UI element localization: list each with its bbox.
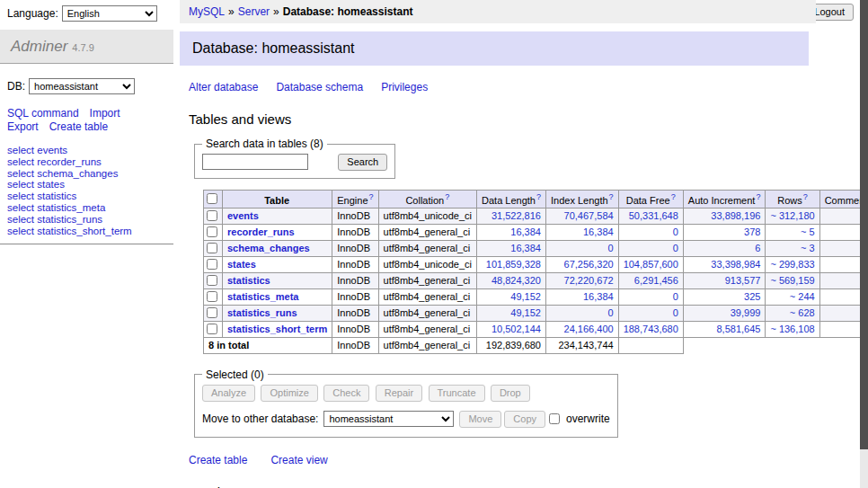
row-checkbox[interactable] bbox=[207, 243, 217, 253]
data-free-link[interactable]: 188,743,680 bbox=[618, 321, 683, 337]
overwrite-checkbox[interactable] bbox=[549, 413, 560, 424]
column-help-link[interactable]: ? bbox=[756, 192, 760, 201]
scrollbar-thumb[interactable] bbox=[860, 0, 868, 449]
move-database-select[interactable]: homeassistant bbox=[323, 411, 454, 427]
data-free-link[interactable]: 6,291,456 bbox=[618, 272, 683, 288]
data-free-link[interactable]: 50,331,648 bbox=[618, 208, 683, 224]
row-checkbox[interactable] bbox=[207, 291, 217, 302]
sidebar-sql-command-link[interactable]: SQL command bbox=[7, 107, 79, 120]
auto-increment-link[interactable]: 39,999 bbox=[683, 305, 766, 321]
column-help-link[interactable]: ? bbox=[609, 192, 614, 201]
sidebar-select-table-link[interactable]: select statistics_runs bbox=[7, 214, 173, 226]
rows-link[interactable]: ~ 136,108 bbox=[766, 321, 819, 337]
table-name-link[interactable]: states bbox=[223, 256, 332, 272]
index-length-link[interactable]: 72,220,672 bbox=[545, 272, 618, 288]
data-length-link[interactable]: 16,384 bbox=[477, 240, 546, 256]
row-checkbox[interactable] bbox=[207, 226, 217, 237]
column-help-link[interactable]: ? bbox=[671, 192, 676, 201]
data-free-link[interactable]: 0 bbox=[618, 224, 683, 240]
auto-increment-link[interactable]: 6 bbox=[683, 240, 766, 256]
table-operation-button[interactable]: Check bbox=[323, 385, 369, 402]
sidebar-select-table-link[interactable]: select states bbox=[7, 179, 173, 191]
data-length-link[interactable]: 10,502,144 bbox=[477, 321, 546, 337]
create-view-link[interactable]: Create view bbox=[270, 454, 327, 466]
data-free-link[interactable]: 104,857,600 bbox=[618, 256, 683, 272]
sidebar-select-table-link[interactable]: select schema_changes bbox=[7, 168, 173, 180]
auto-increment-link[interactable]: 8,581,645 bbox=[683, 321, 766, 337]
data-free-link[interactable]: 0 bbox=[618, 305, 683, 321]
index-length-link[interactable]: 16,384 bbox=[545, 288, 618, 305]
search-button[interactable]: Search bbox=[338, 154, 387, 171]
column-help-link[interactable]: ? bbox=[803, 192, 808, 201]
sidebar-select-table-link[interactable]: select recorder_runs bbox=[7, 156, 173, 168]
rows-link[interactable]: ~ 312,180 bbox=[766, 208, 819, 224]
rows-link[interactable]: ~ 244 bbox=[766, 288, 819, 305]
table-operation-button[interactable]: Drop bbox=[491, 385, 530, 402]
index-length-link[interactable]: 24,166,400 bbox=[545, 321, 618, 337]
table-operation-button[interactable]: Analyze bbox=[202, 385, 255, 402]
index-length-link[interactable]: 0 bbox=[545, 240, 618, 256]
table-operation-button[interactable]: Optimize bbox=[261, 385, 317, 402]
row-checkbox[interactable] bbox=[207, 324, 217, 334]
data-free-link[interactable]: 0 bbox=[618, 288, 683, 305]
data-length-link[interactable]: 49,152 bbox=[477, 305, 546, 321]
table-name-link[interactable]: statistics_meta bbox=[223, 288, 332, 305]
column-help-link[interactable]: ? bbox=[445, 192, 449, 201]
data-length-link[interactable]: 48,824,320 bbox=[477, 272, 546, 288]
language-select[interactable]: English bbox=[62, 5, 157, 22]
data-length-link[interactable]: 16,384 bbox=[477, 224, 546, 240]
row-checkbox[interactable] bbox=[207, 259, 217, 270]
rows-link[interactable]: ~ 628 bbox=[766, 305, 819, 321]
sidebar-import-link[interactable]: Import bbox=[90, 107, 120, 120]
sidebar-select-table-link[interactable]: select statistics_meta bbox=[7, 202, 173, 214]
data-length-link[interactable]: 49,152 bbox=[477, 288, 546, 305]
data-free-link[interactable]: 0 bbox=[618, 240, 683, 256]
data-length-link[interactable]: 101,859,328 bbox=[477, 256, 546, 272]
table-operation-button[interactable]: Truncate bbox=[429, 385, 485, 402]
index-length-link[interactable]: 0 bbox=[545, 305, 618, 321]
alter-database-link[interactable]: Alter database bbox=[189, 81, 258, 93]
table-operation-button[interactable]: Repair bbox=[376, 385, 422, 402]
data-length-link[interactable]: 31,522,816 bbox=[477, 208, 546, 224]
privileges-link[interactable]: Privileges bbox=[381, 81, 428, 93]
index-length-link[interactable]: 16,384 bbox=[545, 224, 618, 240]
row-checkbox[interactable] bbox=[207, 307, 217, 318]
db-select[interactable]: homeassistant bbox=[29, 78, 135, 94]
rows-link[interactable]: ~ 5 bbox=[766, 224, 819, 240]
column-help-link[interactable]: ? bbox=[369, 192, 374, 201]
sidebar-select-table-link[interactable]: select events bbox=[7, 145, 173, 156]
auto-increment-link[interactable]: 325 bbox=[683, 288, 766, 305]
sidebar-select-table-link[interactable]: select statistics_short_term bbox=[7, 226, 173, 237]
auto-increment-link[interactable]: 378 bbox=[683, 224, 766, 240]
rows-link[interactable]: ~ 299,833 bbox=[766, 256, 819, 272]
auto-increment-link[interactable]: 33,898,196 bbox=[683, 208, 766, 224]
database-schema-link[interactable]: Database schema bbox=[276, 81, 363, 93]
breadcrumb-server-link[interactable]: Server bbox=[238, 5, 270, 18]
table-name-link[interactable]: events bbox=[223, 208, 332, 224]
search-input[interactable] bbox=[202, 154, 308, 170]
table-name-link[interactable]: statistics_short_term bbox=[223, 321, 332, 337]
rows-link[interactable]: ~ 3 bbox=[766, 240, 819, 256]
collation-cell: utf8mb4_general_ci bbox=[378, 224, 476, 240]
table-name-link[interactable]: recorder_runs bbox=[223, 224, 332, 240]
adminer-logo-link[interactable]: Adminer bbox=[11, 38, 67, 55]
index-length-link[interactable]: 70,467,584 bbox=[545, 208, 618, 224]
copy-button[interactable]: Copy bbox=[504, 411, 545, 428]
sidebar-export-link[interactable]: Export bbox=[7, 120, 39, 133]
create-table-link[interactable]: Create table bbox=[189, 454, 247, 466]
table-name-link[interactable]: statistics bbox=[223, 272, 332, 288]
breadcrumb-mysql-link[interactable]: MySQL bbox=[189, 5, 225, 18]
auto-increment-link[interactable]: 33,398,984 bbox=[683, 256, 766, 272]
row-checkbox[interactable] bbox=[207, 210, 217, 221]
sidebar-select-table-link[interactable]: select statistics bbox=[7, 191, 173, 202]
move-button[interactable]: Move bbox=[459, 411, 501, 428]
column-help-link[interactable]: ? bbox=[536, 192, 541, 201]
sidebar-create-table-link[interactable]: Create table bbox=[49, 120, 108, 133]
rows-link[interactable]: ~ 569,159 bbox=[766, 272, 819, 288]
table-name-link[interactable]: schema_changes bbox=[223, 240, 332, 256]
select-all-checkbox[interactable] bbox=[207, 193, 217, 204]
row-checkbox[interactable] bbox=[207, 275, 217, 286]
index-length-link[interactable]: 67,256,320 bbox=[545, 256, 618, 272]
table-name-link[interactable]: statistics_runs bbox=[223, 305, 332, 321]
auto-increment-link[interactable]: 913,577 bbox=[683, 272, 766, 288]
